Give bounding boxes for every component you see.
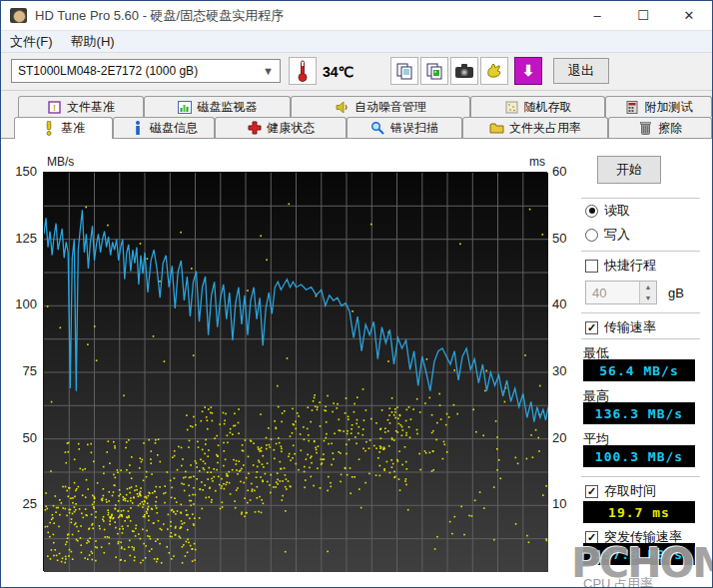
temperature-value: 34℃ (323, 64, 354, 80)
capacity-value: 40 (586, 282, 639, 303)
close-button[interactable]: ✕ (666, 1, 712, 31)
left-tick: 25 (7, 496, 37, 511)
right-axis-unit: ms (529, 155, 545, 169)
chart-svg (44, 173, 548, 572)
drive-selector-value: ST1000LM048-2E7172 (1000 gB) (18, 64, 198, 78)
radio-dot (585, 229, 598, 242)
capacity-unit: gB (668, 286, 684, 300)
left-tick: 75 (7, 363, 37, 378)
checkbox-box (585, 260, 598, 273)
left-tick: 125 (7, 231, 37, 246)
right-tick: 30 (552, 363, 582, 378)
copy-image-button[interactable] (420, 57, 448, 85)
read-radio[interactable]: 读取 (585, 202, 630, 220)
menu-file[interactable]: 文件(F) (1, 33, 62, 51)
tab-row-secondary: ! 文件基准 磁盘监视器 自动噪音管理 随机存取 附加测试 (1, 96, 712, 117)
benchmark-page: MB/s ms 150125100755025 605040302010 开始 … (1, 139, 712, 588)
temperature-button[interactable] (289, 57, 317, 85)
left-axis-unit: MB/s (47, 155, 74, 169)
trash-icon (638, 121, 653, 135)
folder-icon (489, 121, 504, 135)
tab-erase[interactable]: 擦除 (608, 117, 712, 138)
magnifier-icon (370, 121, 385, 135)
info-icon (130, 121, 145, 135)
right-tick: 10 (552, 496, 582, 511)
maximize-button[interactable]: ☐ (620, 1, 666, 31)
tab-file-benchmark[interactable]: ! 文件基准 (18, 96, 144, 117)
tab-extra-tests[interactable]: 附加测试 (605, 96, 712, 117)
start-button[interactable]: 开始 (597, 156, 661, 184)
camera-icon (454, 63, 474, 79)
max-value-display: 136.3 MB/s (583, 402, 695, 424)
tab-disk-monitor[interactable]: 磁盘监视器 (144, 96, 291, 117)
checkbox-box (585, 485, 598, 498)
benchmark-chart (43, 172, 547, 571)
spinner-down-icon[interactable]: ▼ (640, 293, 656, 303)
disk-monitor-icon (178, 100, 193, 114)
benchmark-icon (41, 122, 56, 136)
drive-selector[interactable]: ST1000LM048-2E7172 (1000 gB) ▼ (11, 59, 281, 83)
checkbox-box (585, 321, 598, 334)
access-time-display: 19.7 ms (583, 501, 695, 523)
access-time-checkbox[interactable]: 存取时间 (585, 482, 656, 500)
divider (581, 312, 700, 313)
divider (581, 338, 700, 339)
copy-text-button[interactable] (390, 57, 418, 85)
tab-random-access[interactable]: 随机存取 (470, 96, 605, 117)
left-tick: 150 (7, 164, 37, 179)
options-button[interactable] (480, 57, 508, 85)
tab-benchmark[interactable]: 基准 (14, 117, 113, 139)
download-button[interactable]: ⬇ (514, 57, 542, 85)
title-bar: HD Tune Pro 5.60 - 硬盘/固态硬盘实用程序 – ☐ ✕ (1, 1, 712, 31)
exit-button[interactable]: 退出 (553, 58, 609, 84)
right-tick: 60 (552, 164, 582, 179)
divider (581, 251, 700, 252)
copy-image-icon (425, 62, 443, 80)
avg-value-display: 100.3 MB/s (583, 445, 695, 467)
right-tick: 20 (552, 430, 582, 445)
write-radio[interactable]: 写入 (585, 226, 630, 244)
hd-tune-window: HD Tune Pro 5.60 - 硬盘/固态硬盘实用程序 – ☐ ✕ 文件(… (0, 0, 713, 588)
tab-auto-acoustic[interactable]: 自动噪音管理 (291, 96, 470, 117)
watermark: PCHOME (571, 539, 713, 587)
tab-error-scan[interactable]: 错误扫描 (347, 117, 462, 138)
divider (581, 198, 700, 199)
radio-dot (585, 205, 598, 218)
thermometer-icon (297, 60, 309, 82)
hand-options-icon (484, 61, 504, 81)
menu-help[interactable]: 帮助(H) (62, 33, 124, 51)
toolbar: ST1000LM048-2E7172 (1000 gB) ▼ 34℃ (1, 53, 712, 91)
health-cross-icon (247, 121, 262, 135)
window-title: HD Tune Pro 5.60 - 硬盘/固态硬盘实用程序 (35, 7, 284, 25)
calculator-icon (625, 100, 640, 114)
menu-bar: 文件(F) 帮助(H) (1, 31, 712, 53)
right-tick: 50 (552, 231, 582, 246)
divider (581, 476, 700, 477)
tab-folder-usage[interactable]: 文件夹占用率 (462, 117, 609, 138)
min-value-display: 56.4 MB/s (583, 359, 695, 381)
svg-text:!: ! (53, 103, 56, 113)
capacity-spinner[interactable]: 40 ▲ ▼ (585, 281, 657, 304)
random-access-icon (504, 100, 519, 114)
spinner-up-icon[interactable]: ▲ (640, 282, 656, 293)
chevron-down-icon: ▼ (263, 65, 274, 77)
left-tick: 50 (7, 430, 37, 445)
tab-disk-info[interactable]: 磁盘信息 (113, 117, 216, 138)
arrow-down-icon: ⬇ (522, 62, 535, 80)
tab-health[interactable]: 健康状态 (215, 117, 347, 138)
screenshot-button[interactable] (450, 57, 478, 85)
transfer-rate-checkbox[interactable]: 传输速率 (585, 318, 656, 336)
left-tick: 100 (7, 296, 37, 311)
tab-row-primary: 基准 磁盘信息 健康状态 错误扫描 文件夹占用率 (1, 117, 712, 138)
speaker-icon (335, 100, 350, 114)
short-stroke-checkbox[interactable]: 快捷行程 (585, 257, 656, 275)
right-tick: 40 (552, 296, 582, 311)
minimize-button[interactable]: – (574, 1, 620, 31)
copy-text-icon (395, 62, 413, 80)
file-benchmark-icon: ! (47, 100, 62, 114)
app-hdd-icon (10, 8, 27, 23)
